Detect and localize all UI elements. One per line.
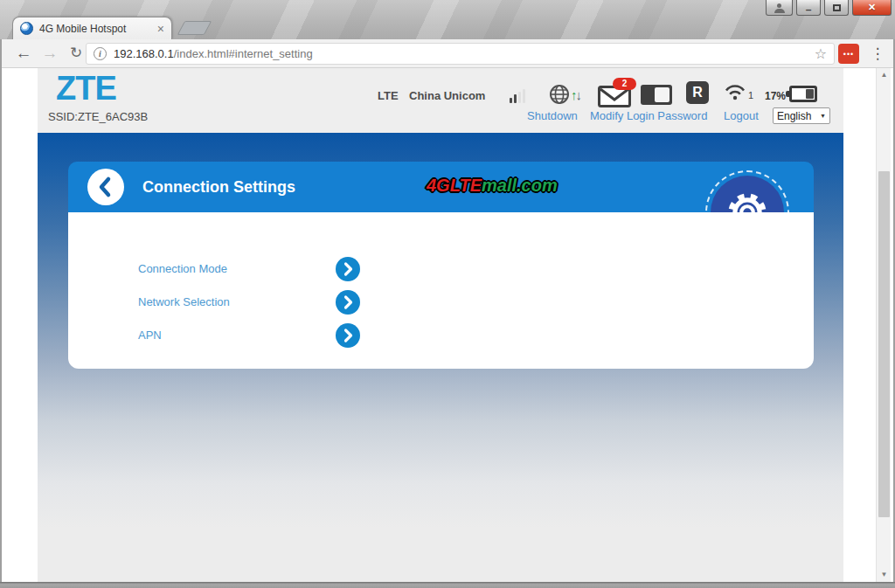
settings-menu: Connection Mode Network Selection bbox=[68, 257, 814, 356]
shutdown-link[interactable]: Shutdown bbox=[527, 109, 578, 122]
card-body: Connection Mode Network Selection bbox=[68, 212, 814, 369]
back-button[interactable]: ← bbox=[12, 42, 35, 65]
forward-button: → bbox=[38, 42, 61, 65]
page-scrollbar[interactable]: ▲ ▼ bbox=[876, 68, 891, 582]
browser-window: 4G Mobile Hotspot × – ✕ ← → ↻ i 192.168.… bbox=[0, 0, 895, 588]
menu-row-connection-mode[interactable]: Connection Mode bbox=[68, 257, 814, 290]
minimize-button[interactable]: – bbox=[796, 0, 821, 16]
info-icon[interactable]: i bbox=[94, 47, 107, 60]
sim-card-icon bbox=[641, 85, 672, 105]
page-hero: Connection Settings 4GLTEmall.com bbox=[38, 133, 843, 582]
minimize-icon: – bbox=[806, 6, 812, 13]
device-header: ZTE SSID:ZTE_6AC93B LTE China Unicom bbox=[38, 68, 843, 133]
network-globe-icon: ↑ ↓ bbox=[548, 83, 582, 106]
scrollbar-thumb[interactable] bbox=[878, 171, 890, 517]
select-arrow-icon: ▼ bbox=[820, 113, 826, 119]
menu-row-network-selection[interactable]: Network Selection bbox=[68, 290, 814, 323]
wifi-icon bbox=[724, 83, 747, 100]
battery-percent-label: 17% bbox=[765, 90, 786, 102]
network-type-label: LTE bbox=[378, 89, 399, 102]
menu-item-label: Network Selection bbox=[138, 290, 230, 315]
url-bar[interactable]: i 192.168.0.1/index.html#internet_settin… bbox=[86, 43, 835, 65]
zte-logo: ZTE bbox=[56, 70, 116, 107]
page-viewport: ZTE SSID:ZTE_6AC93B LTE China Unicom bbox=[2, 68, 893, 582]
chevron-left-icon bbox=[87, 169, 124, 205]
reload-button[interactable]: ↻ bbox=[65, 42, 87, 65]
profile-button[interactable] bbox=[766, 0, 793, 16]
close-icon: ✕ bbox=[868, 2, 876, 13]
chevron-right-icon bbox=[336, 323, 360, 348]
menu-row-apn[interactable]: APN bbox=[68, 323, 814, 356]
globe-icon bbox=[548, 83, 571, 106]
connection-settings-card: Connection Settings 4GLTEmall.com bbox=[68, 162, 814, 369]
chevron-right-icon bbox=[336, 290, 360, 315]
wifi-client-count: 1 bbox=[748, 90, 753, 100]
title-bar: 4G Mobile Hotspot × – ✕ bbox=[0, 0, 895, 39]
logout-link[interactable]: Logout bbox=[724, 109, 759, 122]
url-host: 192.168.0.1 bbox=[114, 47, 174, 60]
brand-logo-green: mall.com bbox=[482, 176, 558, 195]
back-circle-button[interactable] bbox=[87, 169, 124, 205]
person-icon bbox=[774, 3, 785, 12]
download-arrow-icon: ↓ bbox=[576, 88, 583, 101]
window-controls: – ✕ bbox=[762, 0, 892, 16]
window-bottom-border bbox=[0, 582, 895, 588]
browser-tab[interactable]: 4G Mobile Hotspot × bbox=[12, 17, 172, 39]
page-content: ZTE SSID:ZTE_6AC93B LTE China Unicom bbox=[38, 68, 843, 582]
chevron-right-icon bbox=[336, 257, 360, 281]
signal-bars-icon bbox=[510, 89, 525, 103]
modify-password-link[interactable]: Modify Login Password bbox=[590, 109, 707, 122]
card-header: Connection Settings 4GLTEmall.com bbox=[68, 162, 814, 212]
url-path: /index.html#internet_setting bbox=[174, 47, 313, 60]
browser-menu-icon[interactable]: ⋮ bbox=[869, 43, 886, 66]
tab-close-icon[interactable]: × bbox=[157, 23, 164, 35]
chevron-right-button[interactable] bbox=[336, 257, 360, 281]
carrier-label: China Unicom bbox=[409, 89, 485, 102]
message-count-badge: 2 bbox=[613, 78, 636, 90]
chevron-right-button[interactable] bbox=[336, 323, 360, 348]
language-selected-value: English bbox=[777, 110, 811, 122]
maximize-icon bbox=[833, 4, 841, 11]
scroll-down-icon[interactable]: ▼ bbox=[877, 568, 892, 582]
menu-item-label: APN bbox=[138, 323, 162, 348]
roaming-icon: R bbox=[686, 81, 709, 104]
brand-logo-red: 4GLTE bbox=[427, 176, 482, 195]
wifi-indicator: 1 bbox=[724, 83, 753, 100]
close-button[interactable]: ✕ bbox=[852, 0, 892, 16]
extension-button[interactable]: ••• bbox=[838, 44, 859, 64]
bookmark-star-icon[interactable]: ☆ bbox=[815, 45, 827, 62]
messages-indicator: 2 bbox=[598, 86, 631, 111]
maximize-button[interactable] bbox=[824, 0, 849, 16]
brand-logo: 4GLTEmall.com bbox=[427, 176, 558, 196]
menu-item-label: Connection Mode bbox=[138, 257, 227, 281]
battery-icon bbox=[789, 86, 817, 102]
page-title: Connection Settings bbox=[142, 162, 295, 212]
language-select[interactable]: English ▼ bbox=[773, 107, 830, 124]
tab-favicon-icon bbox=[20, 22, 33, 35]
chevron-right-button[interactable] bbox=[336, 290, 360, 315]
browser-toolbar: ← → ↻ i 192.168.0.1/index.html#internet_… bbox=[2, 39, 893, 68]
scroll-up-icon[interactable]: ▲ bbox=[877, 68, 892, 82]
tab-title: 4G Mobile Hotspot bbox=[39, 23, 154, 35]
ssid-label: SSID:ZTE_6AC93B bbox=[48, 110, 148, 123]
url-text: 192.168.0.1/index.html#internet_setting bbox=[114, 47, 313, 60]
